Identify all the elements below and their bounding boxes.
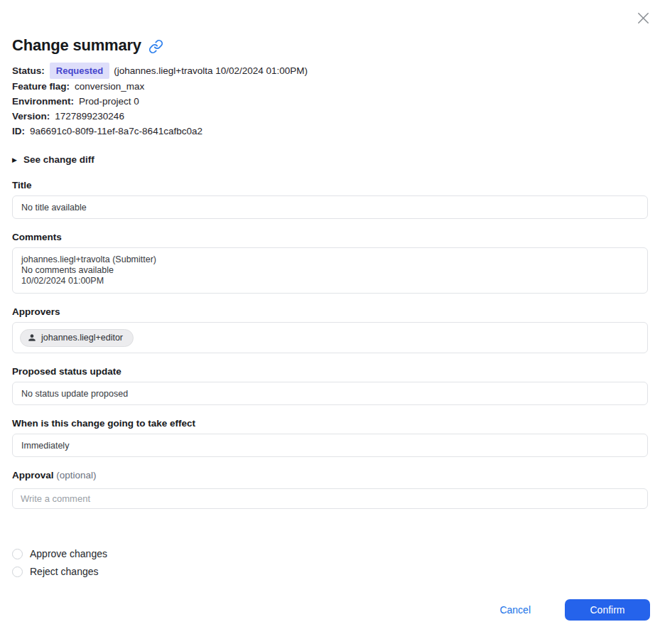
id-value: 9a6691c0-80f9-11ef-8a7c-8641cafbc0a2 bbox=[30, 124, 202, 139]
comment-body-line: No comments available bbox=[21, 265, 639, 276]
reject-changes-radio[interactable]: Reject changes bbox=[12, 564, 648, 579]
status-detail: (johannes.liegl+travolta 10/02/2024 01:0… bbox=[114, 63, 308, 78]
version-value: 1727899230246 bbox=[55, 109, 124, 124]
approve-changes-label: Approve changes bbox=[30, 548, 107, 559]
status-badge: Requested bbox=[50, 63, 109, 79]
approval-comment-input[interactable] bbox=[12, 488, 648, 509]
dialog-header: Change summary bbox=[12, 0, 648, 55]
radio-circle-icon bbox=[12, 549, 23, 559]
chevron-right-icon: ▶ bbox=[12, 154, 17, 166]
id-row: ID: 9a6691c0-80f9-11ef-8a7c-8641cafbc0a2 bbox=[12, 124, 648, 139]
close-icon bbox=[635, 10, 651, 26]
comment-submitter-line: johannes.liegl+travolta (Submitter) bbox=[21, 254, 639, 265]
see-change-diff-label: See change diff bbox=[23, 154, 94, 166]
version-label: Version: bbox=[12, 109, 50, 124]
environment-row: Environment: Prod-project 0 bbox=[12, 94, 648, 109]
approvers-display-box: johannes.liegl+editor bbox=[12, 322, 648, 353]
version-row: Version: 1727899230246 bbox=[12, 109, 648, 124]
proposed-status-value: No status update proposed bbox=[21, 389, 128, 399]
comments-section-label: Comments bbox=[12, 232, 648, 242]
approvers-section-label: Approvers bbox=[12, 307, 648, 317]
close-button[interactable] bbox=[634, 9, 652, 27]
approval-section-label: Approval (optional) bbox=[12, 471, 648, 481]
cancel-button[interactable]: Cancel bbox=[499, 604, 531, 616]
proposed-status-section-label: Proposed status update bbox=[12, 367, 648, 377]
change-summary-dialog: Change summary Status: Requested (johann… bbox=[0, 0, 660, 644]
title-value: No title available bbox=[21, 203, 87, 213]
person-icon bbox=[27, 333, 37, 343]
page-title: Change summary bbox=[12, 36, 141, 55]
environment-label: Environment: bbox=[12, 94, 74, 109]
feature-flag-row: Feature flag: conversion_max bbox=[12, 79, 648, 94]
title-section-label: Title bbox=[12, 181, 648, 190]
dialog-footer: Cancel Confirm bbox=[499, 599, 650, 621]
approval-optional-text: (optional) bbox=[56, 470, 96, 481]
effect-display-box: Immediately bbox=[12, 434, 648, 457]
feature-flag-value: conversion_max bbox=[75, 79, 144, 94]
comments-display-box: johannes.liegl+travolta (Submitter) No c… bbox=[12, 247, 648, 294]
title-display-box: No title available bbox=[12, 195, 648, 219]
status-row: Status: Requested (johannes.liegl+travol… bbox=[12, 63, 648, 79]
effect-value: Immediately bbox=[21, 441, 69, 451]
confirm-button[interactable]: Confirm bbox=[565, 599, 650, 621]
status-label: Status: bbox=[12, 63, 45, 78]
effect-section-label: When is this change going to take effect bbox=[12, 419, 648, 429]
environment-value: Prod-project 0 bbox=[79, 94, 139, 109]
permalink-icon[interactable] bbox=[148, 39, 163, 54]
radio-circle-icon bbox=[12, 567, 23, 577]
approve-changes-radio[interactable]: Approve changes bbox=[12, 547, 648, 561]
feature-flag-label: Feature flag: bbox=[12, 79, 70, 94]
approver-chip: johannes.liegl+editor bbox=[20, 329, 134, 347]
id-label: ID: bbox=[12, 124, 25, 139]
comment-timestamp-line: 10/02/2024 01:00PM bbox=[21, 276, 639, 286]
reject-changes-label: Reject changes bbox=[30, 566, 99, 577]
approver-chip-label: johannes.liegl+editor bbox=[41, 333, 123, 343]
see-change-diff-toggle[interactable]: ▶ See change diff bbox=[12, 154, 648, 166]
proposed-status-display-box: No status update proposed bbox=[12, 382, 648, 405]
metadata-list: Status: Requested (johannes.liegl+travol… bbox=[12, 63, 648, 139]
approval-label-text: Approval bbox=[12, 470, 54, 481]
decision-radio-group: Approve changes Reject changes bbox=[12, 547, 648, 579]
